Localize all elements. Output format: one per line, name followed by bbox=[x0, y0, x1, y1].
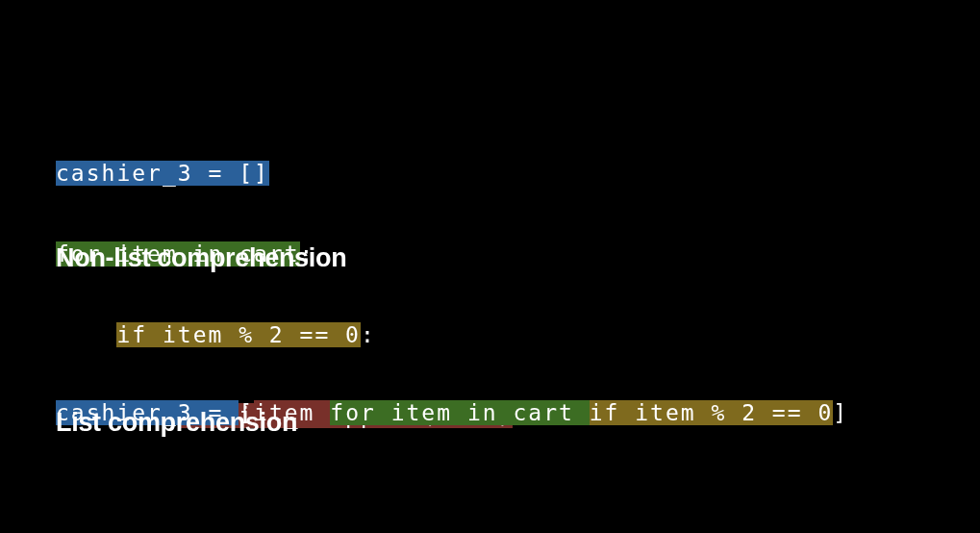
slide: cashier_3 = [] for item in cart: if item… bbox=[0, 0, 980, 533]
line3-if: if item % 2 == 0 bbox=[116, 322, 361, 347]
code-line-1: cashier_3 = [] bbox=[56, 160, 513, 187]
heading-nonlist: Non-list comprehension bbox=[56, 243, 346, 273]
line3-indent bbox=[56, 322, 116, 347]
seg-if: if item % 2 == 0 bbox=[590, 400, 834, 425]
line3-colon: : bbox=[361, 322, 376, 347]
seg-for: for item in cart bbox=[330, 400, 589, 425]
heading-listcomp: List comprehension bbox=[56, 408, 297, 438]
code-line-3: if item % 2 == 0: bbox=[56, 321, 513, 348]
seg-close-bracket: ] bbox=[833, 400, 848, 425]
line1-assignment: cashier_3 = [] bbox=[56, 161, 269, 186]
